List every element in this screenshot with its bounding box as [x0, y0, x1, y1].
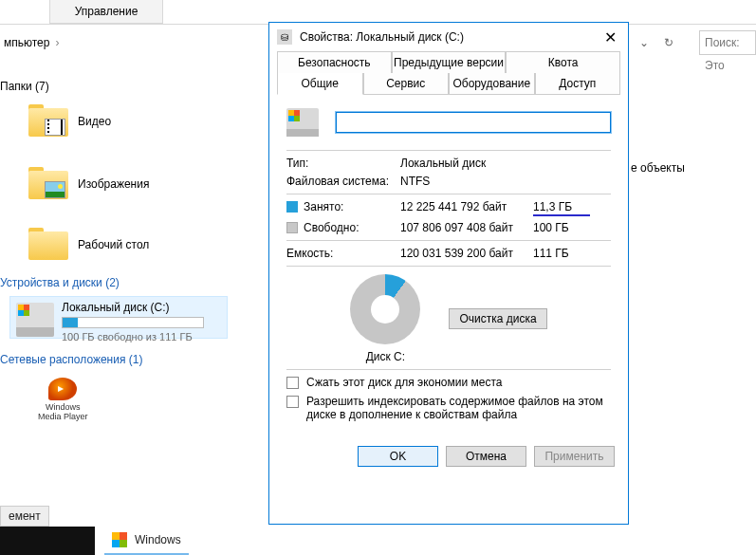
- tab-general[interactable]: Общие: [277, 73, 363, 95]
- checkbox-icon[interactable]: [286, 396, 299, 408]
- taskbar: емент Windows: [0, 525, 756, 555]
- divider: [286, 369, 611, 370]
- start-button[interactable]: [0, 527, 95, 555]
- ok-button[interactable]: OK: [358, 446, 438, 467]
- cancel-button[interactable]: Отмена: [446, 446, 526, 467]
- folder-item-images[interactable]: Изображения: [28, 167, 149, 201]
- wmp-label-2: Media Player: [38, 412, 88, 421]
- divider: [286, 150, 611, 151]
- folder-label: Изображения: [78, 177, 149, 191]
- chevron-right-icon: ›: [49, 36, 65, 49]
- dialog-button-row: OK Отмена Применить: [269, 436, 628, 476]
- explorer-text-fragment: е объекты: [631, 161, 685, 175]
- wmp-icon: [48, 378, 77, 400]
- tab-row-1: Безопасность Предыдущие версии Квота: [277, 51, 620, 73]
- tab-row-2: Общие Сервис Оборудование Доступ: [277, 73, 620, 95]
- drive-item-c[interactable]: Локальный диск (C:) 100 ГБ свободно из 1…: [9, 296, 228, 339]
- folder-icon: [28, 228, 68, 262]
- drive-icon: [16, 303, 54, 337]
- folder-label: Рабочий стол: [78, 238, 149, 251]
- drive-icon: [286, 108, 319, 137]
- close-icon[interactable]: ✕: [600, 28, 620, 46]
- value-type: Локальный диск: [400, 157, 486, 170]
- taskbar-thumb-label[interactable]: емент: [0, 506, 49, 527]
- search-input[interactable]: Поиск: Это: [699, 30, 756, 55]
- value-used-gb: 11,3 ГБ: [533, 200, 590, 216]
- drive-label-input[interactable]: [336, 112, 611, 133]
- taskbar-item-label: Windows: [135, 533, 181, 546]
- value-free-gb: 100 ГБ: [533, 221, 590, 234]
- folder-icon: [28, 104, 68, 139]
- tab-previous-versions[interactable]: Предыдущие версии: [392, 51, 507, 74]
- tab-service[interactable]: Сервис: [363, 73, 450, 95]
- disk-cleanup-button[interactable]: Очистка диска: [449, 308, 546, 329]
- folder-label: Видео: [78, 115, 111, 128]
- compress-label: Сжать этот диск для экономии места: [306, 376, 502, 389]
- value-filesystem: NTFS: [400, 175, 430, 188]
- tab-access[interactable]: Доступ: [535, 73, 621, 95]
- label-filesystem: Файловая система:: [286, 175, 400, 188]
- index-label: Разрешить индексировать содержимое файло…: [306, 395, 611, 421]
- drive-capacity-bar: [62, 317, 204, 328]
- compress-checkbox-row[interactable]: Сжать этот диск для экономии места: [286, 376, 611, 389]
- wmp-label-1: Windows: [38, 402, 88, 412]
- label-used: Занято:: [286, 200, 400, 216]
- section-header-network[interactable]: Сетевые расположения (1): [0, 353, 142, 366]
- taskbar-item-explorer[interactable]: Windows: [104, 527, 189, 555]
- used-swatch-icon: [286, 201, 298, 213]
- folder-icon: [28, 167, 68, 201]
- value-used-bytes: 12 225 441 792 байт: [400, 200, 533, 216]
- tab-security[interactable]: Безопасность: [277, 51, 392, 74]
- folder-item-video[interactable]: Видео: [28, 104, 111, 139]
- tab-quota[interactable]: Квота: [506, 51, 620, 74]
- drive-subtext: 100 ГБ свободно из 111 ГБ: [62, 331, 221, 342]
- refresh-icon[interactable]: ↻: [659, 33, 678, 52]
- properties-dialog: ⛁ Свойства: Локальный диск (C:) ✕ Безопа…: [268, 22, 629, 525]
- value-capacity-gb: 111 ГБ: [533, 247, 590, 260]
- dropdown-icon[interactable]: ⌄: [635, 33, 654, 52]
- apply-button[interactable]: Применить: [534, 446, 615, 467]
- section-header-folders[interactable]: Папки (7): [0, 80, 49, 93]
- divider: [286, 194, 611, 194]
- value-free-bytes: 107 806 097 408 байт: [400, 221, 533, 234]
- label-capacity: Емкость:: [286, 247, 400, 260]
- dialog-content: Тип: Локальный диск Файловая система: NT…: [269, 95, 628, 436]
- dialog-titlebar[interactable]: ⛁ Свойства: Локальный диск (C:) ✕: [269, 23, 628, 51]
- tab-hardware[interactable]: Оборудование: [449, 73, 535, 95]
- windows-logo-icon: [112, 532, 127, 547]
- network-item-wmp[interactable]: Windows Media Player: [38, 378, 88, 421]
- divider: [286, 266, 611, 267]
- ribbon-tab-manage[interactable]: Управление: [49, 0, 163, 24]
- dialog-title: Свойства: Локальный диск (C:): [300, 30, 600, 44]
- free-swatch-icon: [286, 222, 298, 233]
- disk-usage-pie: [350, 274, 420, 344]
- drive-icon: ⛁: [277, 29, 292, 45]
- section-header-devices[interactable]: Устройства и диски (2): [0, 276, 120, 289]
- breadcrumb-item[interactable]: мпьютер: [4, 36, 49, 49]
- breadcrumb[interactable]: мпьютер ›: [0, 30, 266, 55]
- folder-item-desktop[interactable]: Рабочий стол: [28, 228, 149, 262]
- divider: [286, 240, 611, 241]
- value-capacity-bytes: 120 031 539 200 байт: [400, 247, 533, 260]
- index-checkbox-row[interactable]: Разрешить индексировать содержимое файло…: [286, 395, 611, 421]
- drive-name: Локальный диск (C:): [62, 301, 221, 314]
- pie-label: Диск C:: [350, 350, 420, 363]
- checkbox-icon[interactable]: [286, 377, 299, 389]
- label-free: Свободно:: [286, 221, 400, 234]
- label-type: Тип:: [286, 157, 400, 170]
